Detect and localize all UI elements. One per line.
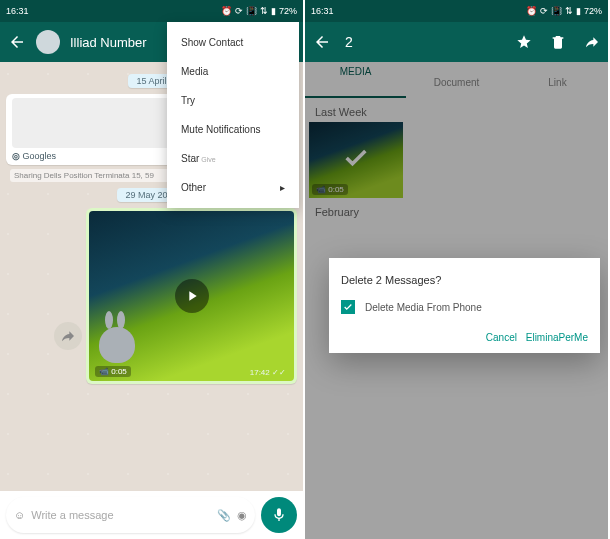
status-bar: 16:31 ⏰ ⟳ 📳 ⇅ ▮ 72% — [305, 0, 608, 22]
avatar[interactable] — [36, 30, 60, 54]
left-screenshot: 16:31 ⏰ ⟳ 📳 ⇅ ▮ 72% Illiad Number 15 Apr… — [0, 0, 305, 539]
sync-icon: ⟳ — [540, 6, 548, 16]
data-icon: ⇅ — [565, 6, 573, 16]
back-icon[interactable] — [8, 33, 26, 51]
back-icon[interactable] — [313, 33, 331, 51]
sync-icon: ⟳ — [235, 6, 243, 16]
media-body: MEDIA Document Link Last Week 📹 0:05 Feb… — [305, 62, 608, 539]
chevron-right-icon: ▸ — [280, 182, 285, 193]
menu-other[interactable]: Other▸ — [167, 173, 299, 202]
video-message[interactable]: 📹 0:05 17:42 ✓✓ — [86, 208, 297, 384]
play-icon[interactable] — [175, 279, 209, 313]
checkbox-label: Delete Media From Phone — [365, 302, 482, 313]
status-bar: 16:31 ⏰ ⟳ 📳 ⇅ ▮ 72% — [0, 0, 303, 22]
signal-icon: ▮ — [271, 6, 276, 16]
status-icons: ⏰ ⟳ 📳 ⇅ ▮ 72% — [526, 6, 602, 16]
forward-icon[interactable] — [584, 34, 600, 50]
menu-show-contact[interactable]: Show Contact — [167, 28, 299, 57]
delete-dialog: Delete 2 Messages? Delete Media From Pho… — [329, 258, 600, 353]
status-time: 16:31 — [311, 6, 334, 16]
menu-try[interactable]: Try — [167, 86, 299, 115]
dialog-title: Delete 2 Messages? — [341, 274, 588, 286]
dialog-actions: Cancel EliminaPerMe — [341, 332, 588, 343]
input-placeholder: Write a message — [31, 509, 113, 521]
vibrate-icon: 📳 — [246, 6, 257, 16]
video-thumbnail: 📹 0:05 17:42 ✓✓ — [89, 211, 294, 381]
battery-text: 72% — [279, 6, 297, 16]
message-input[interactable]: ☺ Write a message 📎 ◉ — [6, 497, 255, 533]
location-title: Googles — [23, 151, 57, 161]
menu-mute[interactable]: Mute Notifications — [167, 115, 299, 144]
vibrate-icon: 📳 — [551, 6, 562, 16]
dialog-checkbox-row[interactable]: Delete Media From Phone — [341, 300, 588, 314]
delete-icon[interactable] — [550, 34, 566, 50]
data-icon: ⇅ — [260, 6, 268, 16]
emoji-icon[interactable]: ☺ — [14, 509, 25, 521]
star-icon[interactable] — [516, 34, 532, 50]
right-screenshot: 16:31 ⏰ ⟳ 📳 ⇅ ▮ 72% 2 MEDIA Document Lin… — [305, 0, 610, 539]
menu-media[interactable]: Media — [167, 57, 299, 86]
selection-appbar: 2 — [305, 22, 608, 62]
status-time: 16:31 — [6, 6, 29, 16]
cancel-button[interactable]: Cancel — [486, 332, 517, 343]
camera-icon[interactable]: ◉ — [237, 509, 247, 522]
checkbox-icon[interactable] — [341, 300, 355, 314]
composer: ☺ Write a message 📎 ◉ — [6, 497, 297, 533]
battery-text: 72% — [584, 6, 602, 16]
video-content — [99, 327, 135, 363]
video-duration: 📹 0:05 — [95, 366, 131, 377]
status-icons: ⏰ ⟳ 📳 ⇅ ▮ 72% — [221, 6, 297, 16]
signal-icon: ▮ — [576, 6, 581, 16]
overflow-menu: Show Contact Media Try Mute Notification… — [167, 22, 299, 208]
forward-button[interactable] — [54, 322, 82, 350]
alarm-icon: ⏰ — [221, 6, 232, 16]
alarm-icon: ⏰ — [526, 6, 537, 16]
menu-star[interactable]: StarGive — [167, 144, 299, 173]
selection-count: 2 — [345, 34, 353, 50]
sent-time: 17:42 ✓✓ — [250, 368, 286, 377]
attach-icon[interactable]: 📎 — [217, 509, 231, 522]
mic-button[interactable] — [261, 497, 297, 533]
confirm-button[interactable]: EliminaPerMe — [526, 332, 588, 343]
